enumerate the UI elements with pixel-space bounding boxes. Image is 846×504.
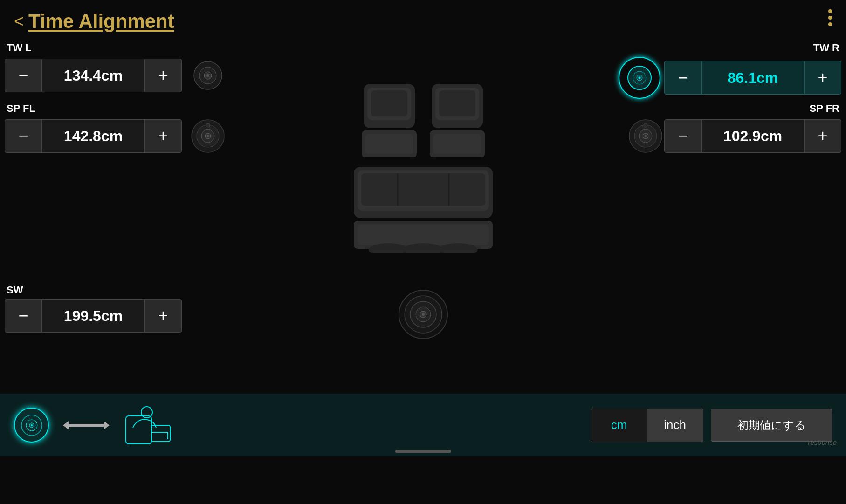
svg-rect-35 bbox=[433, 134, 481, 154]
arrow-icon bbox=[58, 414, 114, 437]
svg-point-49 bbox=[31, 424, 33, 426]
tw-r-active-icon bbox=[619, 57, 660, 99]
dot-2 bbox=[828, 16, 832, 20]
sw-label: SW bbox=[5, 284, 182, 296]
header: < Time Alignment bbox=[0, 0, 846, 37]
tw-l-value: 134.4cm bbox=[42, 59, 144, 92]
sp-fr-plus-button[interactable]: + bbox=[804, 119, 841, 153]
dot-1 bbox=[828, 9, 832, 13]
svg-rect-30 bbox=[365, 134, 413, 154]
sw-icon bbox=[398, 289, 449, 342]
bottom-tweeter-icon bbox=[14, 408, 49, 443]
svg-marker-50 bbox=[63, 421, 69, 429]
tw-l-control: − 134.4cm + bbox=[5, 57, 227, 94]
back-button[interactable]: < bbox=[14, 13, 24, 30]
sp-fr-value: 102.9cm bbox=[702, 119, 804, 153]
sw-minus-button[interactable]: − bbox=[5, 299, 42, 333]
dot-3 bbox=[828, 22, 832, 26]
svg-point-19 bbox=[644, 123, 647, 127]
bottom-diagram bbox=[14, 402, 175, 449]
dots-menu[interactable] bbox=[828, 9, 832, 26]
svg-point-7 bbox=[638, 76, 640, 79]
tw-r-plus-button[interactable]: + bbox=[804, 61, 841, 95]
sp-fr-label: SP FR bbox=[808, 102, 841, 115]
sp-fl-control: − 142.8cm + bbox=[5, 117, 227, 155]
tw-l-plus-button[interactable]: + bbox=[144, 59, 182, 92]
sp-fr-minus-button[interactable]: − bbox=[664, 119, 702, 153]
seat-person-icon bbox=[124, 402, 175, 449]
sp-fl-plus-button[interactable]: + bbox=[144, 119, 182, 153]
svg-rect-33 bbox=[439, 90, 475, 116]
sp-fl-value: 142.8cm bbox=[42, 119, 144, 153]
unit-inch-button[interactable]: inch bbox=[647, 409, 703, 442]
bottom-bar: cm inch 初期値にする bbox=[0, 394, 846, 456]
svg-rect-38 bbox=[361, 173, 485, 206]
sp-fl-minus-button[interactable]: − bbox=[5, 119, 42, 153]
sp-fr-icon bbox=[627, 117, 664, 155]
car-diagram bbox=[351, 84, 495, 253]
sp-fl-icon bbox=[189, 117, 227, 155]
sw-value: 199.5cm bbox=[42, 299, 144, 333]
unit-selector: cm inch bbox=[591, 409, 703, 442]
sp-fr-control: − 102.9cm + bbox=[619, 117, 841, 155]
svg-point-12 bbox=[206, 135, 209, 137]
reset-button[interactable]: 初期値にする bbox=[711, 409, 832, 442]
tw-r-value: 86.1cm bbox=[702, 61, 804, 95]
sp-fl-label: SP FL bbox=[5, 102, 227, 115]
svg-rect-28 bbox=[371, 90, 407, 116]
svg-rect-51 bbox=[69, 424, 104, 427]
svg-point-18 bbox=[644, 135, 647, 137]
svg-rect-42 bbox=[358, 225, 489, 245]
watermark: response bbox=[808, 438, 837, 446]
svg-point-3 bbox=[206, 74, 209, 77]
unit-cm-button[interactable]: cm bbox=[591, 409, 647, 442]
tw-l-minus-button[interactable]: − bbox=[5, 59, 42, 92]
page-title: Time Alignment bbox=[28, 10, 174, 33]
svg-point-13 bbox=[206, 123, 210, 127]
tw-r-minus-button[interactable]: − bbox=[664, 61, 702, 95]
sw-plus-button[interactable]: + bbox=[144, 299, 182, 333]
tw-l-icon bbox=[189, 57, 227, 94]
sw-control: − 199.5cm + bbox=[5, 299, 182, 333]
scroll-indicator bbox=[395, 450, 451, 453]
bottom-controls: cm inch 初期値にする bbox=[591, 409, 832, 442]
tw-r-label: TW R bbox=[812, 42, 841, 54]
svg-point-25 bbox=[422, 313, 425, 316]
tw-r-control: − 86.1cm + bbox=[619, 57, 841, 99]
svg-marker-52 bbox=[104, 421, 110, 429]
tw-l-label: TW L bbox=[5, 42, 227, 54]
